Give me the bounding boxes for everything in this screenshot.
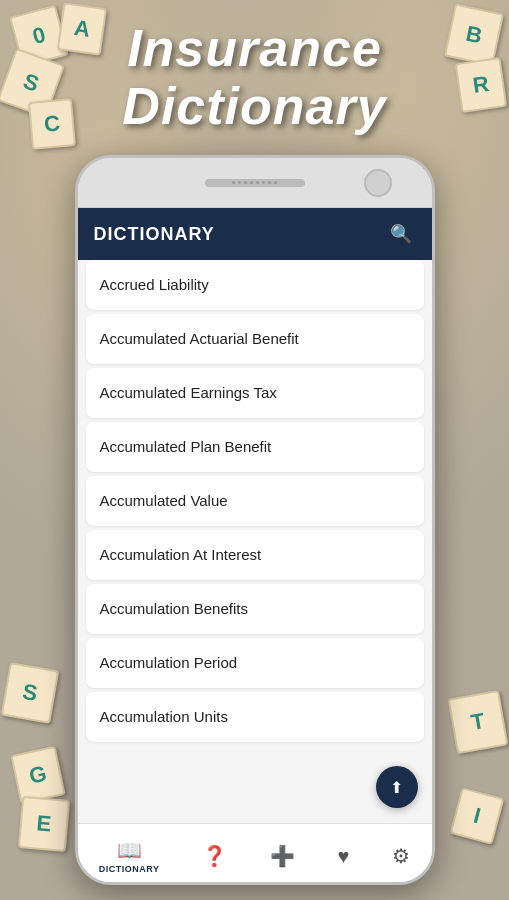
list-item-text: Accrued Liability [100,276,209,293]
bottom-navigation: 📖DICTIONARY❓➕♥⚙ [78,823,432,885]
list-item-text: Accumulated Value [100,492,228,509]
list-item-text: Accumulation At Interest [100,546,262,563]
scrabble-tile-9: T [448,690,509,754]
phone-top-bar [78,158,432,208]
dictionary-title: DICTIONARY [94,224,215,245]
nav-icon-1: ❓ [202,844,227,868]
list-item[interactable]: Accumulated Value [86,476,424,526]
list-item[interactable]: Accumulation Benefits [86,584,424,634]
phone-content: DICTIONARY 🔍 Accrued LiabilityAccumulate… [78,208,432,885]
list-item[interactable]: Accumulated Earnings Tax [86,368,424,418]
nav-icon-0: 📖 [117,838,142,862]
nav-item-1[interactable]: ❓ [194,840,235,872]
front-camera [364,169,392,197]
title-area: Insurance Dictionary [0,0,509,155]
dictionary-header: DICTIONARY 🔍 [78,208,432,260]
list-item[interactable]: Accumulation Units [86,692,424,742]
nav-item-3[interactable]: ♥ [330,841,358,872]
app-title: Insurance Dictionary [122,20,386,134]
scrabble-tile-7: G [10,746,65,804]
nav-label-0: DICTIONARY [99,864,160,874]
list-item[interactable]: Accumulated Plan Benefit [86,422,424,472]
scrabble-tile-6: S [1,662,60,724]
nav-item-2[interactable]: ➕ [262,840,303,872]
list-item-text: Accumulation Units [100,708,228,725]
search-button[interactable]: 🔍 [386,219,416,249]
phone-frame: DICTIONARY 🔍 Accrued LiabilityAccumulate… [75,155,435,885]
list-item-text: Accumulated Plan Benefit [100,438,272,455]
list-item-text: Accumulated Earnings Tax [100,384,277,401]
nav-icon-2: ➕ [270,844,295,868]
nav-icon-4: ⚙ [392,844,410,868]
nav-icon-3: ♥ [338,845,350,868]
list-item[interactable]: Accumulation Period [86,638,424,688]
list-item[interactable]: Accrued Liability [86,260,424,310]
nav-item-4[interactable]: ⚙ [384,840,418,872]
nav-item-0[interactable]: 📖DICTIONARY [91,834,168,878]
list-item-text: Accumulated Actuarial Benefit [100,330,299,347]
scrabble-tile-8: E [18,796,70,852]
scroll-to-top-button[interactable]: ⬆ [376,766,418,808]
list-item[interactable]: Accumulation At Interest [86,530,424,580]
speaker-grille [205,179,305,187]
list-item-text: Accumulation Benefits [100,600,248,617]
list-item[interactable]: Accumulated Actuarial Benefit [86,314,424,364]
list-item-text: Accumulation Period [100,654,238,671]
scroll-up-icon: ⬆ [390,778,403,797]
